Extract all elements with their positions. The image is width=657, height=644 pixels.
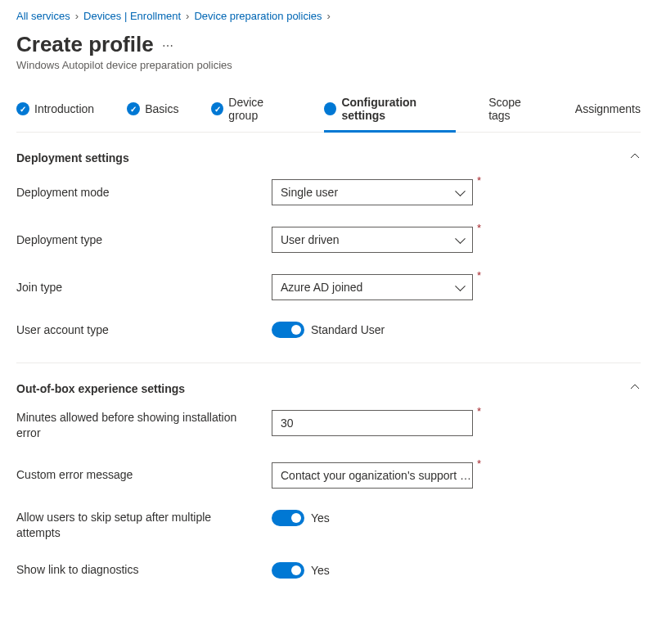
tab-configuration-settings[interactable]: Configuration settings [324, 91, 456, 133]
more-actions-icon[interactable]: ⋯ [162, 39, 174, 52]
tab-device-group[interactable]: ✓ Device group [211, 91, 291, 133]
breadcrumb-link-device-preparation-policies[interactable]: Device preparation policies [194, 10, 322, 22]
checkmark-icon: ✓ [127, 102, 140, 115]
section-title: Deployment settings [16, 151, 129, 164]
tab-introduction[interactable]: ✓ Introduction [16, 91, 94, 133]
select-deployment-mode[interactable]: Single user [272, 179, 473, 205]
input-custom-error-message[interactable]: Contact your oganization's support … [272, 462, 473, 489]
section-title: Out-of-box experience settings [16, 382, 185, 395]
required-indicator-icon: * [477, 457, 481, 470]
breadcrumb: All services › Devices | Enrollment › De… [16, 10, 641, 22]
label-custom-error-message: Custom error message [16, 467, 272, 483]
tab-label: Assignments [575, 102, 641, 115]
tab-label: Introduction [34, 102, 94, 115]
breadcrumb-link-devices-enrollment[interactable]: Devices | Enrollment [83, 10, 181, 22]
toggle-label: Standard User [311, 323, 385, 336]
select-deployment-type[interactable]: User driven [272, 227, 473, 253]
chevron-right-icon: › [327, 10, 331, 22]
required-indicator-icon: * [477, 269, 481, 281]
toggle-user-account-type[interactable] [272, 322, 304, 338]
current-step-icon [324, 102, 336, 115]
toggle-label: Yes [311, 564, 330, 577]
tab-label: Device group [228, 96, 291, 122]
toggle-label: Yes [311, 511, 330, 525]
tab-scope-tags[interactable]: Scope tags [488, 91, 542, 133]
label-deployment-mode: Deployment mode [16, 185, 272, 200]
tab-label: Basics [145, 102, 178, 115]
section-divider [16, 363, 641, 363]
required-indicator-icon: * [477, 405, 481, 417]
section-header-oobe[interactable]: Out-of-box experience settings [16, 378, 641, 399]
toggle-show-diagnostics-link[interactable] [272, 562, 304, 579]
chevron-right-icon: › [186, 10, 189, 22]
required-indicator-icon: * [477, 222, 481, 234]
label-user-account-type: User account type [16, 322, 272, 338]
tab-assignments[interactable]: Assignments [575, 91, 641, 133]
chevron-up-icon[interactable] [629, 151, 641, 164]
tab-basics[interactable]: ✓ Basics [127, 91, 178, 133]
section-header-deployment[interactable]: Deployment settings [16, 147, 641, 168]
input-minutes-before-error[interactable]: 30 [272, 410, 473, 436]
page-subtitle: Windows Autopilot device preparation pol… [16, 59, 641, 71]
chevron-right-icon: › [75, 10, 79, 22]
label-allow-skip-setup: Allow users to skip setup after multiple… [16, 510, 272, 541]
label-join-type: Join type [16, 280, 272, 295]
select-join-type[interactable]: Azure AD joined [272, 274, 473, 300]
required-indicator-icon: * [477, 174, 481, 187]
chevron-up-icon[interactable] [629, 381, 641, 395]
tab-label: Scope tags [488, 96, 542, 122]
toggle-allow-skip-setup[interactable] [272, 510, 304, 526]
page-title: Create profile [16, 32, 154, 57]
label-minutes-before-error: Minutes allowed before showing installat… [16, 410, 272, 441]
wizard-tabs: ✓ Introduction ✓ Basics ✓ Device group C… [16, 91, 641, 133]
checkmark-icon: ✓ [211, 102, 223, 115]
tab-label: Configuration settings [341, 96, 456, 122]
checkmark-icon: ✓ [16, 102, 29, 115]
label-deployment-type: Deployment type [16, 232, 272, 248]
label-show-diagnostics-link: Show link to diagnostics [16, 562, 272, 578]
breadcrumb-link-all-services[interactable]: All services [16, 10, 70, 22]
